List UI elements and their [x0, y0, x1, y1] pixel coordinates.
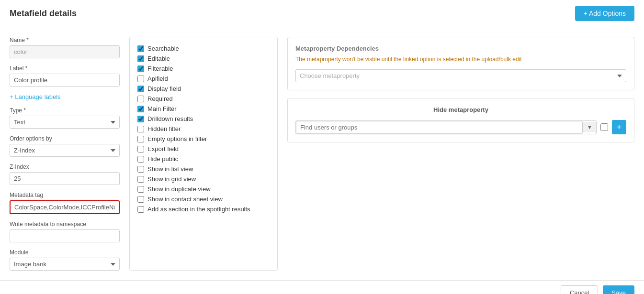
list-item: Show in list view	[137, 165, 270, 173]
checkbox-editable[interactable]	[137, 55, 144, 62]
checkbox-drilldown-results[interactable]	[137, 116, 144, 122]
checkbox-label: Show in list view	[147, 165, 193, 173]
users-groups-input[interactable]	[296, 121, 583, 134]
checkbox-label: Empty options in filter	[147, 135, 207, 142]
module-select[interactable]: Image bank Video Audio	[10, 258, 120, 271]
label-field-group: Label *	[10, 65, 120, 87]
list-item: Show in duplicate view	[137, 185, 270, 193]
list-item: Searchable	[137, 45, 270, 52]
checkbox-display-field[interactable]	[137, 86, 144, 92]
write-meta-input[interactable]	[10, 229, 120, 242]
order-field-group: Order options by Z-Index Alphabetical Ma…	[10, 135, 120, 157]
add-hide-meta-button[interactable]: +	[612, 120, 626, 134]
zindex-label: Z-Index	[10, 163, 120, 170]
metadata-tag-input[interactable]	[11, 201, 119, 213]
list-item: Hide public	[137, 155, 270, 163]
save-button[interactable]: Save	[603, 285, 634, 294]
hide-meta-row: ▼ +	[295, 120, 626, 134]
main-content: Name * Label * + Language labels Type * …	[0, 27, 644, 280]
meta-dep-desc: The metaproperty won't be visble until t…	[295, 55, 626, 64]
order-label: Order options by	[10, 135, 120, 142]
choose-meta-wrapper: Choose metaproperty	[295, 69, 626, 82]
left-panel: Name * Label * + Language labels Type * …	[10, 37, 120, 271]
footer: Cancel Save	[0, 280, 644, 294]
header: Metafield details + Add Options	[0, 0, 644, 27]
list-item: Display field	[137, 85, 270, 92]
checkbox-label: Main Filter	[147, 105, 177, 112]
hide-meta-card: Hide metaproperty ▼ +	[287, 98, 634, 142]
checkbox-label: Show in duplicate view	[147, 185, 211, 193]
checkbox-label: Show in contact sheet view	[147, 196, 223, 203]
page-container: Metafield details + Add Options Name * L…	[0, 0, 644, 294]
hide-meta-title: Hide metaproperty	[295, 106, 626, 113]
zindex-field-group: Z-Index	[10, 163, 120, 185]
checkbox-add-as-section-in-the-spotlight-results[interactable]	[137, 206, 144, 213]
list-item: Export field	[137, 145, 270, 152]
metadata-tag-wrapper	[10, 200, 120, 214]
module-label: Module	[10, 249, 120, 256]
checkbox-label: Add as section in the spotlight results	[147, 206, 250, 213]
checkbox-searchable[interactable]	[137, 45, 144, 52]
checkbox-label: Editable	[147, 55, 170, 62]
right-panel: Metaproperty Dependencies The metaproper…	[287, 37, 634, 271]
metadata-tag-field-group: Metadata tag	[10, 192, 120, 214]
middle-right-container: SearchableEditableFilterableApifieldDisp…	[129, 37, 634, 271]
checkbox-label: Drilldown results	[147, 115, 193, 122]
module-field-group: Module Image bank Video Audio	[10, 249, 120, 271]
name-field-group: Name *	[10, 37, 120, 58]
add-options-button[interactable]: + Add Options	[575, 6, 634, 21]
checkbox-label: Searchable	[147, 45, 179, 52]
checkbox-label: Hide public	[147, 155, 178, 163]
checkbox-required[interactable]	[137, 96, 144, 102]
type-label: Type *	[10, 107, 120, 114]
list-item: Apifield	[137, 75, 270, 82]
list-item: Show in grid view	[137, 175, 270, 183]
checkbox-show-in-list-view[interactable]	[137, 166, 144, 173]
checkbox-empty-options-in-filter[interactable]	[137, 136, 144, 142]
name-label: Name *	[10, 37, 120, 44]
checkbox-label: Hidden filter	[147, 125, 181, 132]
order-select[interactable]: Z-Index Alphabetical Manual	[10, 144, 120, 157]
name-input[interactable]	[10, 45, 120, 58]
checkbox-filterable[interactable]	[137, 65, 144, 72]
list-item: Empty options in filter	[137, 135, 270, 142]
cancel-button[interactable]: Cancel	[561, 285, 598, 294]
list-item: Drilldown results	[137, 115, 270, 122]
meta-dep-title: Metaproperty Dependencies	[295, 45, 626, 52]
checkbox-hide-public[interactable]	[137, 156, 144, 163]
list-item: Add as section in the spotlight results	[137, 206, 270, 213]
checkbox-export-field[interactable]	[137, 146, 144, 152]
metadata-tag-label: Metadata tag	[10, 192, 120, 198]
checkbox-show-in-duplicate-view[interactable]	[137, 186, 144, 193]
page-title: Metafield details	[10, 9, 77, 19]
checkbox-main-filter[interactable]	[137, 106, 144, 112]
users-groups-dropdown-button[interactable]: ▼	[583, 122, 596, 132]
checkbox-label: Display field	[147, 85, 181, 92]
zindex-input[interactable]	[10, 172, 120, 185]
checkbox-label: Filterable	[147, 65, 173, 72]
label-label: Label *	[10, 65, 120, 72]
checkbox-show-in-contact-sheet-view[interactable]	[137, 196, 144, 203]
checkbox-label: Show in grid view	[147, 175, 196, 183]
checkbox-show-in-grid-view[interactable]	[137, 176, 144, 183]
checkbox-hidden-filter[interactable]	[137, 126, 144, 132]
list-item: Editable	[137, 55, 270, 62]
label-input[interactable]	[10, 74, 120, 87]
list-item: Hidden filter	[137, 125, 270, 132]
users-groups-wrapper: ▼	[295, 120, 597, 134]
checkbox-label: Apifield	[147, 75, 168, 82]
list-item: Filterable	[137, 65, 270, 72]
hide-meta-checkbox[interactable]	[600, 123, 608, 131]
list-item: Show in contact sheet view	[137, 196, 270, 203]
meta-dep-card: Metaproperty Dependencies The metaproper…	[287, 37, 634, 90]
language-labels-link[interactable]: + Language labels	[10, 93, 120, 100]
list-item: Main Filter	[137, 105, 270, 112]
type-field-group: Type * Text Number Date Boolean	[10, 107, 120, 129]
choose-meta-select[interactable]: Choose metaproperty	[295, 69, 626, 82]
checkbox-label: Required	[147, 95, 173, 102]
write-meta-label: Write metadata to namespace	[10, 221, 120, 228]
checkbox-apifield[interactable]	[137, 76, 144, 82]
type-select[interactable]: Text Number Date Boolean	[10, 116, 120, 129]
write-meta-field-group: Write metadata to namespace	[10, 221, 120, 242]
checkbox-label: Export field	[147, 145, 179, 152]
